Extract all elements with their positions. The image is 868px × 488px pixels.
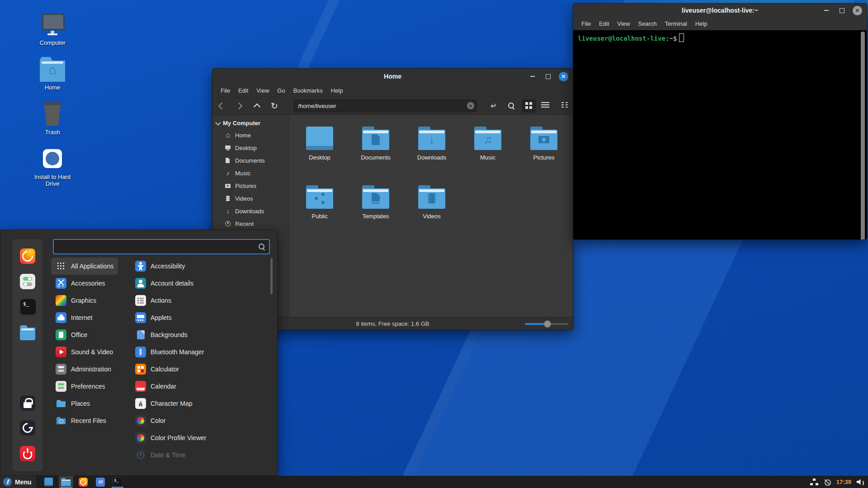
menubar-item[interactable]: View <box>613 19 633 28</box>
compact-view-button[interactable] <box>557 99 571 113</box>
category-item[interactable]: Office <box>51 326 92 343</box>
close-button[interactable]: × <box>557 71 569 82</box>
up-button[interactable] <box>250 99 264 113</box>
application-item[interactable]: Date & Time <box>131 446 190 464</box>
clear-path-icon[interactable]: × <box>467 102 474 109</box>
folder-item[interactable]: Downloads <box>405 127 458 185</box>
file-manager-launcher-icon[interactable] <box>20 325 35 340</box>
application-item[interactable]: Calendar <box>131 378 181 395</box>
folder-grid: Desktop Documents Downloads <box>289 115 573 317</box>
close-button[interactable]: × <box>851 5 863 16</box>
power-icon[interactable] <box>20 446 35 461</box>
file-manager-titlebar[interactable]: Home × <box>212 69 573 84</box>
settings-icon[interactable] <box>20 274 35 289</box>
lock-screen-icon[interactable] <box>20 395 35 411</box>
menubar-item[interactable]: Edit <box>235 86 252 95</box>
zoom-slider[interactable] <box>525 320 568 328</box>
folder-item[interactable]: Desktop <box>293 127 346 185</box>
menubar-item[interactable]: View <box>253 86 273 95</box>
forward-button[interactable] <box>232 99 245 113</box>
menubar-item[interactable]: Help <box>692 19 711 28</box>
menubar-item[interactable]: Edit <box>595 19 613 28</box>
maximize-button[interactable] <box>836 5 848 16</box>
menubar-item[interactable]: File <box>217 86 234 95</box>
application-item[interactable]: Color Profile Viewer <box>131 429 211 446</box>
taskbar-mail-button[interactable] <box>93 476 108 488</box>
network-icon[interactable] <box>810 479 818 485</box>
clock[interactable]: 17:39 <box>836 479 851 485</box>
terminal-titlebar[interactable]: liveuser@localhost-live:~ × <box>573 4 867 17</box>
sidebar-item[interactable]: Documents <box>212 154 288 167</box>
category-item[interactable]: All Applications <box>51 258 118 275</box>
terminal-screen[interactable]: liveuser@localhost-live:~$ <box>573 30 867 240</box>
application-item[interactable]: Bluetooth Manager <box>131 343 208 361</box>
folder-item[interactable]: Public <box>293 185 346 244</box>
menubar-item[interactable]: Search <box>634 19 660 28</box>
folder-item[interactable]: Videos <box>405 185 458 244</box>
menu-button[interactable]: f Menu <box>0 476 36 488</box>
category-item[interactable]: Preferences <box>51 378 109 395</box>
application-item[interactable]: Applets <box>131 309 176 326</box>
desktop-icon[interactable]: Home <box>28 56 77 91</box>
search-button[interactable] <box>505 99 518 113</box>
maximize-button[interactable] <box>542 71 554 82</box>
logout-icon[interactable] <box>20 420 35 436</box>
minimize-button[interactable] <box>527 71 538 82</box>
indicator-disabled-icon[interactable] <box>824 479 831 486</box>
menubar-item[interactable]: File <box>578 19 594 28</box>
sidebar-item[interactable]: Music <box>212 167 288 179</box>
menubar-item[interactable]: Terminal <box>661 19 691 28</box>
desktop-icon[interactable]: Trash <box>28 101 77 136</box>
sidebar-item[interactable]: Recent <box>212 217 288 230</box>
sidebar-item[interactable]: Downloads <box>212 205 288 217</box>
minimize-button[interactable] <box>821 5 832 16</box>
menubar-item[interactable]: Help <box>327 86 347 95</box>
folder-item[interactable]: Documents <box>349 127 402 185</box>
category-item[interactable]: Graphics <box>51 292 101 309</box>
menu-search-input[interactable] <box>54 244 258 250</box>
application-item[interactable]: Backgrounds <box>131 326 192 343</box>
sidebar-group-header[interactable]: My Computer <box>212 118 288 129</box>
sidebar-item-label: Videos <box>235 195 253 202</box>
sidebar-item[interactable]: Pictures <box>212 179 288 192</box>
menu-scrollbar[interactable] <box>270 258 273 294</box>
show-desktop-button[interactable] <box>42 476 56 488</box>
menubar-item[interactable]: Go <box>274 86 288 95</box>
category-item[interactable]: Recent Files <box>51 412 111 429</box>
zoom-slider-knob[interactable] <box>544 320 551 328</box>
application-item[interactable]: Accessibility <box>131 258 189 275</box>
desktop-icon[interactable]: Install to Hard Drive <box>28 146 77 188</box>
taskbar-terminal-button[interactable] <box>110 476 125 488</box>
application-item[interactable]: Calculator <box>131 361 184 378</box>
sidebar-item[interactable]: Desktop <box>212 141 288 154</box>
sidebar-item[interactable]: Home <box>212 129 288 141</box>
folder-item[interactable]: Templates <box>349 185 402 244</box>
firefox-icon[interactable] <box>20 249 35 264</box>
category-item[interactable]: Sound & Video <box>51 343 118 361</box>
application-item[interactable]: Color <box>131 412 170 429</box>
application-item[interactable]: Actions <box>131 292 176 309</box>
taskbar-file-manager-button[interactable] <box>59 476 73 488</box>
application-item[interactable]: Character Map <box>131 395 197 412</box>
terminal-launcher-icon[interactable] <box>20 299 36 315</box>
folder-item[interactable]: Music <box>461 127 514 185</box>
folder-item[interactable]: Pictures <box>517 127 571 185</box>
sidebar-item[interactable]: Videos <box>212 192 288 205</box>
refresh-button[interactable]: ↻ <box>268 99 281 113</box>
category-item[interactable]: Accessories <box>51 275 109 292</box>
desktop-icon[interactable]: Computer <box>28 12 77 47</box>
go-button[interactable]: ↵ <box>487 99 500 113</box>
category-item[interactable]: Places <box>51 395 94 412</box>
application-item[interactable]: Account details <box>131 275 198 292</box>
path-input[interactable] <box>294 103 476 109</box>
list-view-button[interactable] <box>540 99 553 113</box>
category-item[interactable]: Administration <box>51 361 116 378</box>
menubar-item[interactable]: Bookmarks <box>290 86 326 95</box>
category-item[interactable]: Internet <box>51 309 97 326</box>
icon-view-button[interactable] <box>522 99 536 113</box>
window-controls: × <box>527 71 573 82</box>
terminal-scrollbar[interactable] <box>861 32 865 240</box>
back-button[interactable] <box>215 99 228 113</box>
taskbar-firefox-button[interactable] <box>76 476 90 488</box>
volume-icon[interactable] <box>857 479 864 486</box>
